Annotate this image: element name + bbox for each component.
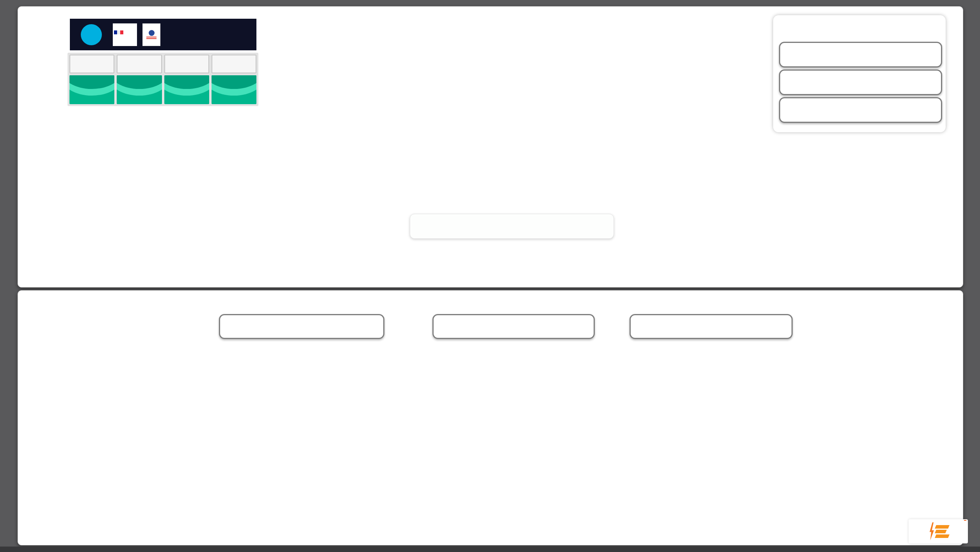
ademe-logo-icon	[142, 23, 160, 46]
g2e-e-icon	[936, 525, 949, 538]
rte-logo-icon	[81, 24, 102, 45]
week-chart-card	[18, 290, 963, 545]
g2e-logo-icon	[909, 519, 968, 543]
ecowatt-green-signal-icon	[164, 75, 209, 104]
forecast-tile-j3[interactable]	[212, 55, 256, 104]
ecowatt-green-signal-icon	[117, 75, 162, 104]
pmin-stat	[779, 97, 942, 123]
pmax-stat	[432, 314, 595, 339]
day-chart-card	[18, 6, 963, 288]
ecowatt-forecast-tiles	[68, 53, 258, 106]
pmax-stat	[779, 69, 942, 95]
lightning-icon	[928, 522, 935, 540]
dashboard	[0, 0, 980, 552]
forecast-tile-j2[interactable]	[164, 55, 209, 104]
forecast-tile-j[interactable]	[69, 55, 114, 104]
consumption-stat	[779, 42, 942, 67]
date-label	[410, 214, 614, 239]
ecowatt-banner	[70, 19, 256, 50]
forecast-tile-j1[interactable]	[117, 55, 162, 104]
ecowatt-green-signal-icon	[212, 75, 256, 104]
republique-francaise-logo-icon	[113, 23, 137, 46]
pmin-stat	[630, 314, 793, 339]
ecowatt-green-signal-icon	[69, 75, 114, 104]
french-flag-icon	[114, 30, 123, 34]
consumption-stat	[219, 314, 384, 339]
